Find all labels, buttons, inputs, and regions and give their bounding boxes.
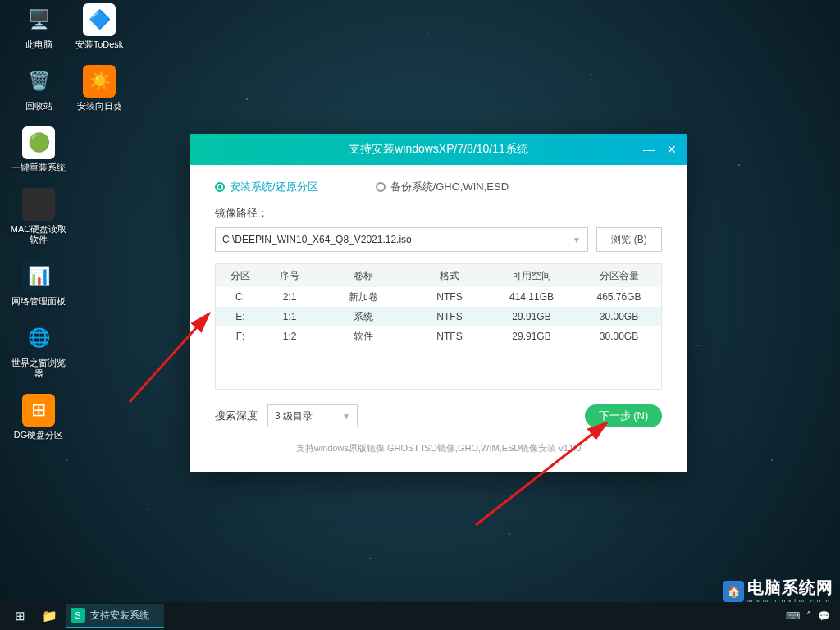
icon-label: 安装ToDesk bbox=[69, 39, 130, 50]
app-icon: 🌐 bbox=[22, 322, 55, 354]
col-index: 序号 bbox=[265, 269, 314, 283]
browse-button[interactable]: 浏览 (B) bbox=[596, 227, 662, 252]
col-label: 卷标 bbox=[314, 269, 413, 283]
table-row[interactable]: C:2:1新加卷NTFS414.11GB465.76GB bbox=[216, 287, 661, 307]
desktop-icon[interactable]: 📊网络管理面板 bbox=[8, 260, 69, 307]
desktop-icon[interactable]: ⊞DG硬盘分区 bbox=[8, 394, 69, 441]
partition-table: 分区 序号 卷标 格式 可用空间 分区容量 C:2:1新加卷NTFS414.11… bbox=[215, 263, 662, 390]
footer-text: 支持windows原版镜像,GHOST ISO镜像,GHO,WIM,ESD镜像安… bbox=[215, 442, 662, 454]
icon-label: 网络管理面板 bbox=[8, 296, 69, 307]
tray-keyboard-icon[interactable]: ⌨ bbox=[786, 610, 800, 622]
desktop-icon[interactable]: MAC硬盘读取软件 bbox=[8, 188, 69, 245]
app-icon: ⊞ bbox=[22, 394, 55, 427]
search-depth-label: 搜索深度 bbox=[215, 409, 258, 423]
desktop-icon[interactable]: 🗑️回收站 bbox=[8, 65, 69, 112]
image-path-select[interactable]: C:\DEEPIN_WIN10_X64_Q8_V2021.12.iso ▼ bbox=[215, 227, 588, 252]
app-icon: 🟢 bbox=[22, 126, 55, 159]
app-icon: S bbox=[71, 608, 85, 623]
desktop-icon[interactable]: 🔷安装ToDesk bbox=[69, 3, 130, 50]
icon-label: 此电脑 bbox=[8, 39, 69, 50]
desktop-icon[interactable]: 🖥️此电脑 bbox=[8, 3, 69, 50]
installer-window: 支持安装windowsXP/7/8/10/11系统 — ✕ 安装系统/还原分区 … bbox=[190, 134, 687, 472]
col-format: 格式 bbox=[413, 269, 486, 283]
tray-chevron-up-icon[interactable]: ˄ bbox=[806, 610, 811, 622]
tray-notification-icon[interactable]: 💬 bbox=[818, 610, 830, 622]
radio-dot-icon bbox=[215, 182, 225, 192]
desktop-icon[interactable]: 🌐世界之窗浏览器 bbox=[8, 322, 69, 379]
icon-label: 安装向日葵 bbox=[69, 101, 130, 112]
radio-install-restore[interactable]: 安装系统/还原分区 bbox=[215, 180, 318, 194]
col-size: 分区容量 bbox=[577, 269, 661, 283]
desktop-icon[interactable]: 🟢一键重装系统 bbox=[8, 126, 69, 173]
app-icon: ☀️ bbox=[83, 65, 116, 98]
col-partition: 分区 bbox=[216, 269, 265, 283]
icon-label: 回收站 bbox=[8, 101, 69, 112]
start-button[interactable]: ⊞ bbox=[5, 604, 34, 628]
app-icon: 🖥️ bbox=[22, 3, 55, 36]
titlebar[interactable]: 支持安装windowsXP/7/8/10/11系统 — ✕ bbox=[190, 134, 687, 165]
table-row[interactable]: F:1:2软件NTFS29.91GB30.00GB bbox=[216, 326, 661, 346]
minimize-button[interactable]: — bbox=[639, 139, 659, 159]
table-row[interactable]: E:1:1系统NTFS29.91GB30.00GB bbox=[216, 307, 661, 326]
close-button[interactable]: ✕ bbox=[662, 139, 682, 159]
app-icon: 🗑️ bbox=[22, 65, 55, 98]
chevron-down-icon: ▼ bbox=[573, 235, 581, 244]
house-icon: 🏠 bbox=[723, 581, 744, 602]
watermark: 🏠 电脑系统网 www.dnxtw.com bbox=[723, 577, 833, 605]
radio-dot-icon bbox=[376, 182, 386, 192]
search-depth-select[interactable]: 3 级目录 ▼ bbox=[267, 404, 358, 427]
next-button[interactable]: 下一步 (N) bbox=[585, 404, 662, 427]
col-free: 可用空间 bbox=[486, 269, 577, 283]
window-title: 支持安装windowsXP/7/8/10/11系统 bbox=[349, 142, 528, 157]
radio-backup[interactable]: 备份系统/GHO,WIN,ESD bbox=[376, 180, 509, 194]
icon-label: 一键重装系统 bbox=[8, 162, 69, 173]
chevron-down-icon: ▼ bbox=[342, 412, 350, 421]
icon-label: DG硬盘分区 bbox=[8, 430, 69, 441]
desktop-icon[interactable]: ☀️安装向日葵 bbox=[69, 65, 130, 112]
app-icon bbox=[22, 188, 55, 221]
image-path-label: 镜像路径： bbox=[215, 206, 662, 221]
taskbar-app-installer[interactable]: S 支持安装系统 bbox=[66, 604, 164, 628]
app-icon: 📊 bbox=[22, 260, 55, 293]
app-icon: 🔷 bbox=[83, 3, 116, 36]
file-explorer-button[interactable]: 📁 bbox=[34, 604, 64, 628]
icon-label: MAC硬盘读取软件 bbox=[8, 224, 69, 245]
icon-label: 世界之窗浏览器 bbox=[8, 358, 69, 379]
taskbar: ⊞ 📁 S 支持安装系统 ⌨ ˄ 💬 bbox=[0, 602, 840, 630]
